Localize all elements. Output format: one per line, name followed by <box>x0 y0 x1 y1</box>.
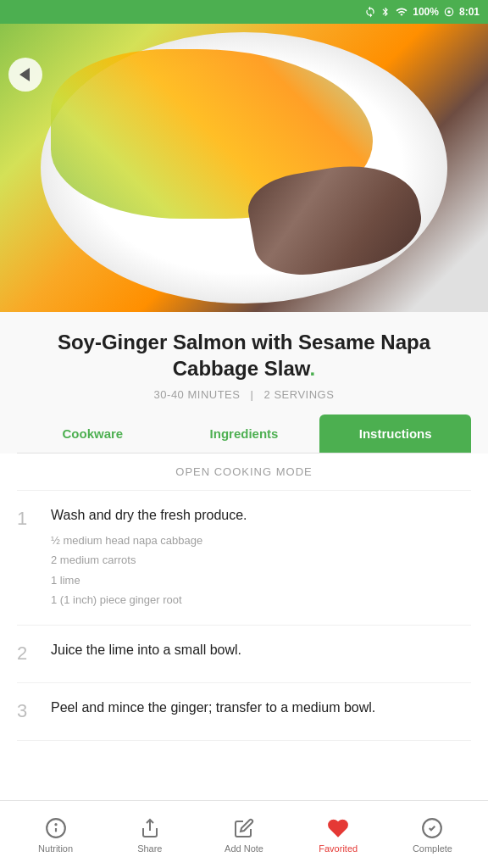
cook-time: 30-40 MINUTES <box>154 388 241 401</box>
step-1-title: Wash and dry the fresh produce. <box>51 506 247 525</box>
status-icons: 100% 8:01 <box>364 6 480 18</box>
content-area: Soy-Ginger Salmon with Sesame Napa Cabba… <box>0 312 488 453</box>
recipe-hero-image <box>0 24 488 312</box>
food-background <box>0 24 488 312</box>
step-1-number: 1 <box>17 506 42 532</box>
tab-cookware[interactable]: Cookware <box>17 415 169 453</box>
tab-ingredients[interactable]: Ingredients <box>169 415 320 453</box>
heart-icon <box>326 816 350 840</box>
back-button[interactable] <box>8 58 42 92</box>
time-text: 8:01 <box>459 6 480 18</box>
step-2-title: Juice the lime into a small bowl. <box>51 641 241 659</box>
step-2-content: Juice the lime into a small bowl. <box>51 641 241 665</box>
servings: 2 SERVINGS <box>264 388 335 401</box>
edit-icon <box>232 816 256 840</box>
step-3: 3 Peel and mince the ginger; transfer to… <box>17 683 471 741</box>
step-1: 1 Wash and dry the fresh produce. ½ medi… <box>17 491 471 626</box>
nav-add-note[interactable]: Add Note <box>197 816 291 854</box>
battery-text: 100% <box>413 6 439 18</box>
step-2: 2 Juice the lime into a small bowl. <box>17 626 471 683</box>
share-icon <box>138 816 162 840</box>
svg-point-1 <box>447 10 451 14</box>
step-3-number: 3 <box>17 698 42 725</box>
nav-share[interactable]: Share <box>103 816 197 854</box>
nav-share-label: Share <box>137 843 162 854</box>
step-3-content: Peel and mince the ginger; transfer to a… <box>51 698 375 722</box>
bottom-nav: Nutrition Share Add Note Favorit <box>0 800 488 868</box>
cooking-mode-bar[interactable]: OPEN COOKING MODE <box>17 453 471 491</box>
nav-favorited[interactable]: Favorited <box>291 816 385 854</box>
back-chevron-icon <box>19 68 30 81</box>
nav-nutrition[interactable]: Nutrition <box>8 816 103 854</box>
step-3-title: Peel and mince the ginger; transfer to a… <box>51 698 375 717</box>
nav-add-note-label: Add Note <box>225 843 263 854</box>
nav-complete-label: Complete <box>413 843 452 854</box>
tab-instructions[interactable]: Instructions <box>319 415 471 453</box>
nav-complete[interactable]: Complete <box>385 816 480 854</box>
recipe-title: Soy-Ginger Salmon with Sesame Napa Cabba… <box>17 329 471 381</box>
step-2-number: 2 <box>17 641 42 667</box>
recipe-meta: 30-40 MINUTES | 2 SERVINGS <box>17 388 471 401</box>
instructions-body: OPEN COOKING MODE 1 Wash and dry the fre… <box>0 453 488 741</box>
step-1-ingredients: ½ medium head napa cabbage 2 medium carr… <box>51 531 247 610</box>
step-1-content: Wash and dry the fresh produce. ½ medium… <box>51 506 247 609</box>
check-icon <box>420 816 444 840</box>
nav-nutrition-label: Nutrition <box>38 843 73 854</box>
status-bar: 100% 8:01 <box>0 0 488 24</box>
meta-divider: | <box>251 388 254 401</box>
tabs: Cookware Ingredients Instructions <box>17 415 471 453</box>
info-icon <box>44 816 68 840</box>
nav-favorited-label: Favorited <box>319 843 358 854</box>
